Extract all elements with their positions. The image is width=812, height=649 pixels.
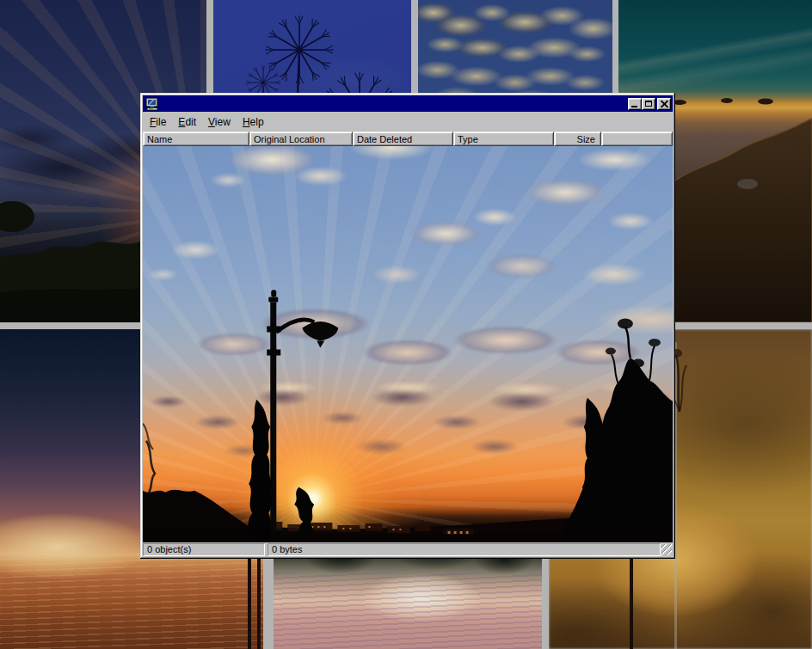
menu-help[interactable]: Help [237,114,270,130]
file-list-area[interactable] [143,146,673,542]
minimize-button[interactable] [628,98,642,110]
column-headers: Name Original Location Date Deleted Type… [143,132,673,146]
column-header-date-deleted[interactable]: Date Deleted [353,132,453,146]
maximize-button[interactable] [642,98,655,110]
column-header-name[interactable]: Name [143,132,249,146]
photo-sunset-lamp-post [143,146,673,542]
window-controls [628,98,671,110]
maximize-icon [645,101,652,107]
silhouettes-layer [143,146,673,542]
minimize-icon [631,106,637,107]
status-object-count: 0 object(s) [143,543,265,556]
column-header-blank[interactable] [601,132,673,146]
sea-streaks-layer [0,553,263,649]
column-header-type[interactable]: Type [453,132,554,146]
status-bar: 0 object(s) 0 bytes [143,542,673,556]
close-icon [661,101,668,107]
my-computer-icon[interactable] [145,97,159,111]
status-size: 0 bytes [268,543,661,556]
menu-file[interactable]: File [144,114,172,130]
column-header-size[interactable]: Size [554,132,601,146]
menu-edit[interactable]: Edit [172,114,202,130]
close-button[interactable] [657,98,671,110]
window-titlebar[interactable] [143,95,673,112]
resize-grip[interactable] [661,544,672,555]
column-header-original-location[interactable]: Original Location [249,132,353,146]
recycle-bin-window: File Edit View Help Name Original Locati… [140,93,675,559]
menu-view[interactable]: View [202,114,237,130]
ripples-layer [274,572,542,649]
menu-bar: File Edit View Help [143,113,673,131]
